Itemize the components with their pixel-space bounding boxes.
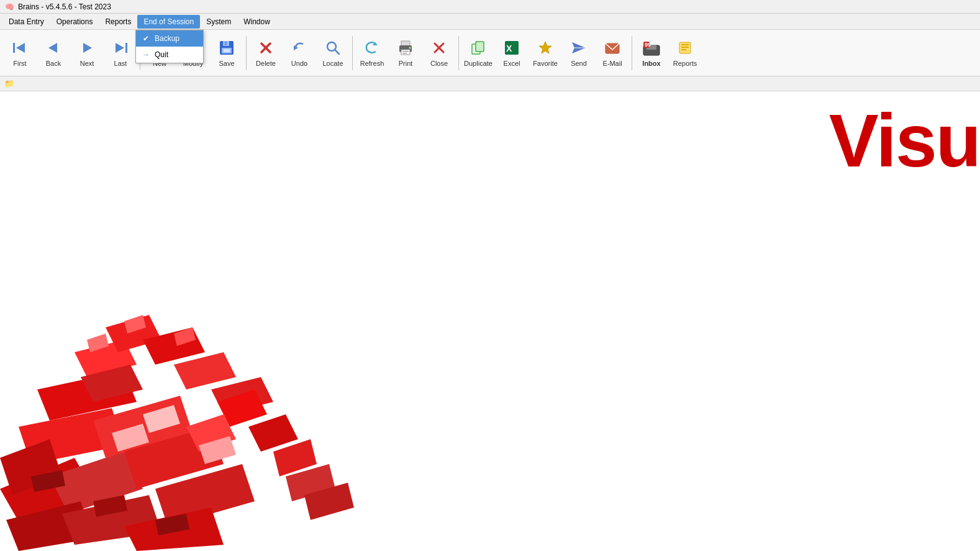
- quick-access-folder-icon[interactable]: 📁: [4, 78, 15, 89]
- send-label: Send: [571, 60, 587, 67]
- email-icon: [602, 38, 622, 58]
- svg-rect-23: [225, 42, 227, 45]
- first-label: First: [13, 60, 26, 67]
- next-icon: [77, 38, 97, 58]
- duplicate-label: Duplicate: [464, 60, 492, 67]
- svg-rect-36: [402, 53, 407, 54]
- delete-label: Delete: [256, 60, 276, 67]
- svg-rect-34: [401, 50, 410, 55]
- separator-2: [246, 36, 247, 70]
- reports-button[interactable]: Reports: [669, 33, 701, 73]
- svg-text:99: 99: [645, 42, 651, 48]
- svg-marker-3: [83, 43, 92, 53]
- svg-rect-35: [402, 51, 409, 52]
- refresh-icon: [362, 38, 382, 58]
- separator-5: [632, 36, 632, 70]
- favorite-icon: [535, 38, 555, 58]
- svg-rect-0: [13, 43, 15, 53]
- menu-data-entry[interactable]: Data Entry: [2, 15, 50, 29]
- menu-system[interactable]: System: [200, 15, 237, 29]
- excel-button[interactable]: X Excel: [496, 33, 528, 73]
- menu-reports[interactable]: Reports: [99, 15, 137, 29]
- print-label: Print: [399, 60, 413, 67]
- svg-marker-1: [16, 43, 25, 53]
- locate-label: Locate: [322, 60, 343, 67]
- last-icon: [111, 38, 130, 58]
- svg-rect-41: [476, 42, 484, 52]
- menu-bar: Data Entry Operations Reports End of Ses…: [0, 14, 980, 30]
- app-icon: 🧠: [5, 2, 14, 11]
- main-content: Visu: [0, 91, 980, 551]
- dropdown-item-backup[interactable]: ✔ Backup: [136, 30, 203, 47]
- delete-button[interactable]: Delete: [250, 33, 282, 73]
- close-icon: [429, 38, 449, 58]
- next-label: Next: [80, 60, 94, 67]
- refresh-label: Refresh: [360, 60, 384, 67]
- title-bar: 🧠 Brains - v5.4.5.6 - Test 2023: [0, 0, 980, 14]
- back-icon: [43, 38, 63, 58]
- email-label: E-Mail: [602, 60, 622, 67]
- svg-marker-71: [174, 352, 236, 389]
- end-of-session-dropdown: ✔ Backup → Quit: [135, 30, 204, 63]
- inbox-icon: 99: [642, 38, 661, 58]
- print-button[interactable]: Print: [389, 33, 422, 73]
- svg-rect-54: [681, 47, 689, 48]
- print-icon: [396, 38, 415, 58]
- svg-rect-53: [681, 44, 689, 45]
- locate-icon: [323, 38, 343, 58]
- inbox-label: Inbox: [642, 60, 660, 67]
- delete-icon: [256, 38, 276, 58]
- svg-point-37: [409, 47, 411, 49]
- duplicate-button[interactable]: Duplicate: [462, 33, 494, 73]
- window-title: Brains - v5.4.5.6 - Test 2023: [18, 2, 111, 11]
- first-icon: [10, 38, 30, 58]
- locate-button[interactable]: Locate: [317, 33, 349, 73]
- excel-label: Excel: [504, 60, 520, 67]
- last-button[interactable]: Last: [104, 33, 137, 73]
- reports-label: Reports: [673, 60, 697, 67]
- svg-marker-4: [116, 43, 124, 53]
- duplicate-icon: [468, 38, 488, 58]
- save-button[interactable]: Save: [211, 33, 243, 73]
- email-button[interactable]: E-Mail: [596, 33, 628, 73]
- inbox-button[interactable]: 99 Inbox: [635, 33, 668, 73]
- favorite-button[interactable]: Favorite: [529, 33, 561, 73]
- undo-icon: [289, 38, 309, 58]
- reports-icon: [675, 38, 695, 58]
- save-icon: [217, 38, 237, 58]
- svg-line-30: [335, 50, 339, 54]
- svg-rect-5: [125, 43, 127, 53]
- refresh-button[interactable]: Refresh: [356, 33, 388, 73]
- favorite-label: Favorite: [533, 60, 558, 67]
- separator-3: [352, 36, 353, 70]
- svg-rect-25: [224, 49, 230, 52]
- last-label: Last: [114, 60, 127, 67]
- excel-icon: X: [502, 38, 522, 58]
- svg-marker-2: [48, 43, 57, 53]
- menu-window[interactable]: Window: [237, 15, 276, 29]
- close-label: Close: [430, 60, 448, 67]
- svg-marker-44: [539, 42, 551, 53]
- back-button[interactable]: Back: [37, 33, 70, 73]
- backup-checkmark-icon: ✔: [141, 34, 151, 43]
- menu-end-of-session[interactable]: End of Session: [137, 15, 200, 29]
- quit-arrow-icon: →: [141, 50, 151, 60]
- quick-access-bar: 📁: [0, 76, 980, 91]
- first-button[interactable]: First: [4, 33, 36, 73]
- undo-button[interactable]: Undo: [283, 33, 315, 73]
- background-decoration: [0, 240, 373, 551]
- next-button[interactable]: Next: [71, 33, 103, 73]
- save-label: Save: [219, 60, 234, 67]
- svg-rect-32: [401, 41, 410, 46]
- send-button[interactable]: Send: [563, 33, 595, 73]
- visu-brand-text: Visu: [829, 98, 980, 183]
- menu-operations[interactable]: Operations: [50, 15, 99, 29]
- svg-text:X: X: [506, 43, 512, 53]
- close-button[interactable]: Close: [423, 33, 455, 73]
- send-icon: [569, 38, 589, 58]
- back-label: Back: [46, 60, 61, 67]
- svg-rect-55: [681, 49, 686, 50]
- undo-label: Undo: [291, 60, 307, 67]
- dropdown-item-quit[interactable]: → Quit: [136, 47, 203, 63]
- separator-4: [458, 36, 459, 70]
